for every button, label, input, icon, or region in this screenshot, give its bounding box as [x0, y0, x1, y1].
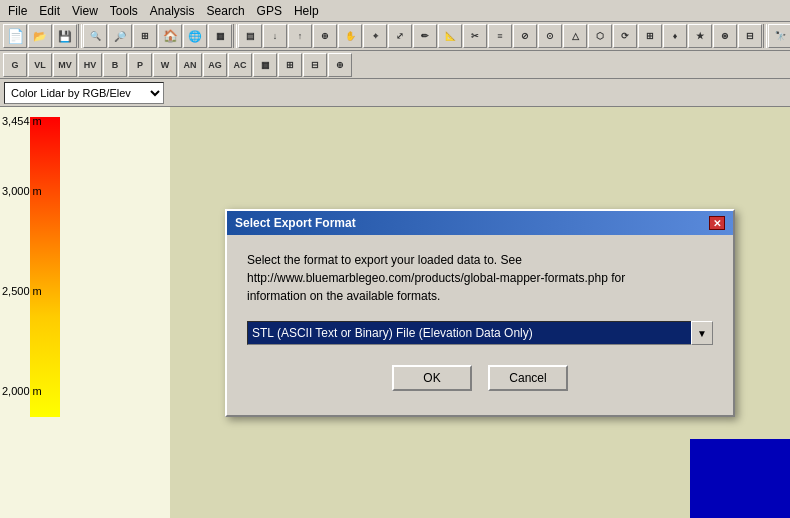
tb2-btn-3[interactable]: MV	[53, 53, 77, 77]
tb-btn-16[interactable]: ⟳	[613, 24, 637, 48]
menu-tools[interactable]: Tools	[104, 2, 144, 20]
menu-file[interactable]: File	[2, 2, 33, 20]
menu-search[interactable]: Search	[201, 2, 251, 20]
tb-btn-13[interactable]: ⊙	[538, 24, 562, 48]
tb2-btn-5[interactable]: B	[103, 53, 127, 77]
main-area: 3,454 m 3,000 m 2,500 m 2,000 m 8 Select…	[0, 107, 790, 518]
tb2-btn-11[interactable]: ▦	[253, 53, 277, 77]
sep-2	[233, 24, 237, 48]
legend-mid1-value: 3,000 m	[2, 185, 42, 197]
legend-gradient	[30, 117, 60, 417]
format-dropdown-arrow[interactable]: ▼	[691, 321, 713, 345]
tb2-btn-7[interactable]: W	[153, 53, 177, 77]
tb2-btn-1[interactable]: G	[3, 53, 27, 77]
tb-btn-10[interactable]: ✂	[463, 24, 487, 48]
tb-btn-21[interactable]: ⊟	[738, 24, 762, 48]
legend-mid2-value: 2,500 m	[2, 285, 42, 297]
zoom-out-button[interactable]: 🔎	[108, 24, 132, 48]
dialog-titlebar: Select Export Format ✕	[227, 211, 733, 235]
tb-btn-11[interactable]: ≡	[488, 24, 512, 48]
dialog-message-line1: Select the format to export your loaded …	[247, 253, 522, 267]
home-button[interactable]: 🏠	[158, 24, 182, 48]
sep-1	[78, 24, 82, 48]
tb2-btn-10[interactable]: AC	[228, 53, 252, 77]
export-format-dialog: Select Export Format ✕ Select the format…	[225, 209, 735, 417]
tb-btn-4[interactable]: ⊕	[313, 24, 337, 48]
tb-btn-19[interactable]: ★	[688, 24, 712, 48]
dialog-message-line3: information on the available formats.	[247, 289, 440, 303]
menu-help[interactable]: Help	[288, 2, 325, 20]
dialog-buttons: OK Cancel	[247, 365, 713, 391]
ok-button[interactable]: OK	[392, 365, 472, 391]
open-button[interactable]: 📂	[28, 24, 52, 48]
tb-btn-18[interactable]: ♦	[663, 24, 687, 48]
tb-btn-20[interactable]: ⊛	[713, 24, 737, 48]
dialog-message: Select the format to export your loaded …	[247, 251, 713, 305]
tb-btn-9[interactable]: 📐	[438, 24, 462, 48]
menu-edit[interactable]: Edit	[33, 2, 66, 20]
legend-bottom-value: 2,000 m	[2, 385, 42, 397]
cancel-button[interactable]: Cancel	[488, 365, 568, 391]
tb-btn-15[interactable]: ⬡	[588, 24, 612, 48]
tb2-btn-13[interactable]: ⊟	[303, 53, 327, 77]
legend-sidebar: 3,454 m 3,000 m 2,500 m 2,000 m	[0, 107, 170, 518]
sep-3	[763, 24, 767, 48]
tb2-btn-12[interactable]: ⊞	[278, 53, 302, 77]
tb2-btn-14[interactable]: ⊕	[328, 53, 352, 77]
menu-analysis[interactable]: Analysis	[144, 2, 201, 20]
tb2-btn-2[interactable]: VL	[28, 53, 52, 77]
tb-btn-12[interactable]: ⊘	[513, 24, 537, 48]
toolbar-2: G VL MV HV B P W AN AG AC ▦ ⊞ ⊟ ⊕	[0, 51, 790, 79]
modal-overlay: Select Export Format ✕ Select the format…	[170, 107, 790, 518]
dialog-title: Select Export Format	[235, 216, 356, 230]
map-area: 8 Select Export Format ✕ Select the form…	[170, 107, 790, 518]
tb2-btn-8[interactable]: AN	[178, 53, 202, 77]
zoom-fit-button[interactable]: ⊞	[133, 24, 157, 48]
dialog-body: Select the format to export your loaded …	[227, 235, 733, 415]
tb-btn-17[interactable]: ⊞	[638, 24, 662, 48]
tb-btn-7[interactable]: ⤢	[388, 24, 412, 48]
tb2-btn-4[interactable]: HV	[78, 53, 102, 77]
tb2-btn-9[interactable]: AG	[203, 53, 227, 77]
tb-btn-5[interactable]: ✋	[338, 24, 362, 48]
globe-button[interactable]: 🌐	[183, 24, 207, 48]
layer-button[interactable]: ▤	[238, 24, 262, 48]
dialog-close-button[interactable]: ✕	[709, 216, 725, 230]
menu-gps[interactable]: GPS	[251, 2, 288, 20]
zoom-in-button[interactable]: 🔍	[83, 24, 107, 48]
tb2-btn-6[interactable]: P	[128, 53, 152, 77]
toolbar-1: 📄 📂 💾 🔍 🔎 ⊞ 🏠 🌐 ▦ ▤ ↓ ↑ ⊕ ✋ ⌖ ⤢ ✏ 📐 ✂ ≡ …	[0, 22, 790, 51]
tb-btn-14[interactable]: △	[563, 24, 587, 48]
save-button[interactable]: 💾	[53, 24, 77, 48]
dropdown-bar: Color Lidar by RGB/Elev	[0, 79, 790, 107]
format-dropdown-wrapper: STL (ASCII Text or Binary) File (Elevati…	[247, 321, 713, 345]
tb-btn-8[interactable]: ✏	[413, 24, 437, 48]
menu-view[interactable]: View	[66, 2, 104, 20]
grid-button[interactable]: ▦	[208, 24, 232, 48]
menu-bar: File Edit View Tools Analysis Search GPS…	[0, 0, 790, 22]
export-button[interactable]: ↑	[288, 24, 312, 48]
format-dropdown[interactable]: STL (ASCII Text or Binary) File (Elevati…	[247, 321, 692, 345]
import-button[interactable]: ↓	[263, 24, 287, 48]
tb-btn-6[interactable]: ⌖	[363, 24, 387, 48]
dialog-message-line2: http://www.bluemarblegeo.com/products/gl…	[247, 271, 625, 285]
new-button[interactable]: 📄	[3, 24, 27, 48]
tb-btn-22[interactable]: 🔭	[768, 24, 790, 48]
color-lidar-select[interactable]: Color Lidar by RGB/Elev	[4, 82, 164, 104]
legend-top-value: 3,454 m	[2, 115, 42, 127]
